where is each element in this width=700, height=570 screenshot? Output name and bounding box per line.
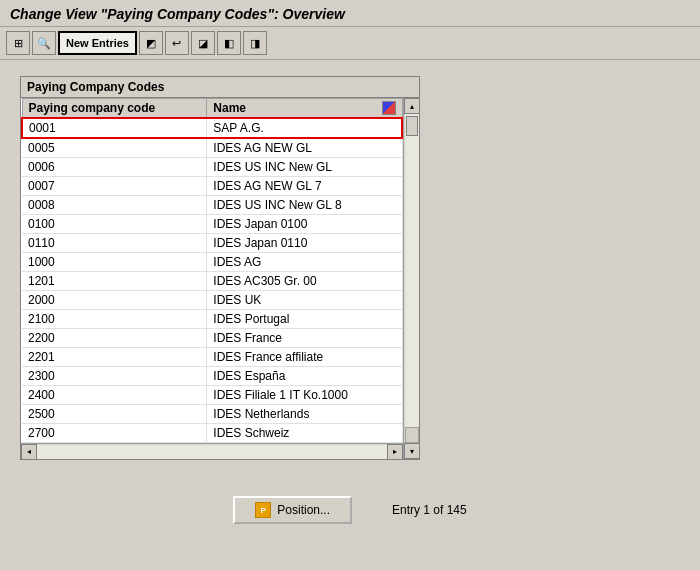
position-btn-label: Position... xyxy=(277,503,330,517)
table-row[interactable]: 1000IDES AG xyxy=(22,253,402,272)
cell-name: IDES Schweiz xyxy=(207,424,402,443)
scroll-thumb xyxy=(406,116,418,136)
table-panel: Paying Company Codes Paying company code… xyxy=(20,76,420,460)
details-icon: ⊞ xyxy=(14,37,23,50)
toolbar-btn-copy[interactable]: ◩ xyxy=(139,31,163,55)
scroll-up-btn[interactable]: ▴ xyxy=(404,98,420,114)
col-code-label: Paying company code xyxy=(29,101,156,115)
table-row[interactable]: 2200IDES France xyxy=(22,329,402,348)
cell-code: 0007 xyxy=(22,177,207,196)
refresh-icon: ◪ xyxy=(198,37,208,50)
cell-name: IDES US INC New GL 8 xyxy=(207,196,402,215)
table-row[interactable]: 0008IDES US INC New GL 8 xyxy=(22,196,402,215)
vertical-scrollbar[interactable]: ▴ ▾ xyxy=(403,98,419,459)
new-entries-label: New Entries xyxy=(66,37,129,49)
position-button[interactable]: P Position... xyxy=(233,496,352,524)
toolbar-btn-undo[interactable]: ↩ xyxy=(165,31,189,55)
cell-name: IDES Filiale 1 IT Ko.1000 xyxy=(207,386,402,405)
cell-code: 2100 xyxy=(22,310,207,329)
cell-name: IDES Portugal xyxy=(207,310,402,329)
table-row[interactable]: 2300IDES España xyxy=(22,367,402,386)
toolbar-btn-refresh[interactable]: ◪ xyxy=(191,31,215,55)
table-row[interactable]: 0100IDES Japan 0100 xyxy=(22,215,402,234)
cell-code: 2201 xyxy=(22,348,207,367)
table-row[interactable]: 0110IDES Japan 0110 xyxy=(22,234,402,253)
cell-name: IDES Japan 0100 xyxy=(207,215,402,234)
table-row[interactable]: 0005IDES AG NEW GL xyxy=(22,138,402,158)
copy-icon: ◩ xyxy=(146,37,156,50)
new-entries-button[interactable]: New Entries xyxy=(58,31,137,55)
cell-name: IDES AG NEW GL 7 xyxy=(207,177,402,196)
table-row[interactable]: 1201IDES AC305 Gr. 00 xyxy=(22,272,402,291)
cell-code: 0006 xyxy=(22,158,207,177)
cell-name: IDES Netherlands xyxy=(207,405,402,424)
toolbar-btn-settings[interactable]: ◨ xyxy=(243,31,267,55)
cell-name: IDES US INC New GL xyxy=(207,158,402,177)
table-row[interactable]: 0006IDES US INC New GL xyxy=(22,158,402,177)
cell-name: IDES France xyxy=(207,329,402,348)
cell-code: 2700 xyxy=(22,424,207,443)
info-icon: ◧ xyxy=(224,37,234,50)
table-row[interactable]: 0007IDES AG NEW GL 7 xyxy=(22,177,402,196)
h-scroll-right-btn[interactable]: ▸ xyxy=(387,444,403,460)
cell-name: IDES France affiliate xyxy=(207,348,402,367)
cell-name: SAP A.G. xyxy=(207,118,402,138)
cell-code: 0100 xyxy=(22,215,207,234)
cell-code: 0110 xyxy=(22,234,207,253)
horizontal-scrollbar[interactable]: ◂ ▸ xyxy=(21,443,403,459)
footer-area: P Position... Entry 1 of 145 xyxy=(0,476,700,534)
toolbar-btn-info[interactable]: ◧ xyxy=(217,31,241,55)
cell-code: 2200 xyxy=(22,329,207,348)
page-title: Change View "Paying Company Codes": Over… xyxy=(10,6,345,22)
content-area: Paying Company Codes Paying company code… xyxy=(0,60,700,476)
table-row[interactable]: 2700IDES Schweiz xyxy=(22,424,402,443)
table-row[interactable]: 2100IDES Portugal xyxy=(22,310,402,329)
table-row[interactable]: 2400IDES Filiale 1 IT Ko.1000 xyxy=(22,386,402,405)
settings-icon: ◨ xyxy=(250,37,260,50)
cell-code: 1201 xyxy=(22,272,207,291)
scroll-page-indicator xyxy=(405,427,419,443)
cell-name: IDES AC305 Gr. 00 xyxy=(207,272,402,291)
panel-header: Paying Company Codes xyxy=(21,77,419,98)
toolbar-btn-search[interactable]: 🔍 xyxy=(32,31,56,55)
table-row[interactable]: 2500IDES Netherlands xyxy=(22,405,402,424)
title-bar: Change View "Paying Company Codes": Over… xyxy=(0,0,700,27)
cell-code: 0001 xyxy=(22,118,207,138)
cell-name: IDES AG NEW GL xyxy=(207,138,402,158)
cell-name: IDES España xyxy=(207,367,402,386)
entry-info: Entry 1 of 145 xyxy=(392,503,467,517)
undo-icon: ↩ xyxy=(172,37,181,50)
cell-code: 2400 xyxy=(22,386,207,405)
col-name-label: Name xyxy=(213,101,246,115)
scroll-down-btn[interactable]: ▾ xyxy=(404,443,420,459)
table-row[interactable]: 0001SAP A.G. xyxy=(22,118,402,138)
h-scroll-track[interactable] xyxy=(37,445,387,459)
panel-title: Paying Company Codes xyxy=(27,80,164,94)
position-icon: P xyxy=(255,502,271,518)
table-row[interactable]: 2201IDES France affiliate xyxy=(22,348,402,367)
cell-code: 1000 xyxy=(22,253,207,272)
column-resize-icon[interactable] xyxy=(382,101,396,115)
table-row[interactable]: 2000IDES UK xyxy=(22,291,402,310)
cell-code: 2500 xyxy=(22,405,207,424)
search-icon: 🔍 xyxy=(37,37,51,50)
cell-name: IDES AG xyxy=(207,253,402,272)
scroll-track[interactable] xyxy=(405,114,419,427)
cell-code: 2000 xyxy=(22,291,207,310)
data-table: Paying company code Name 0001SAP A.G.00 xyxy=(21,98,403,443)
h-scroll-left-btn[interactable]: ◂ xyxy=(21,444,37,460)
toolbar-btn-details[interactable]: ⊞ xyxy=(6,31,30,55)
table-body: 0001SAP A.G.0005IDES AG NEW GL0006IDES U… xyxy=(22,118,402,443)
cell-code: 2300 xyxy=(22,367,207,386)
cell-name: IDES UK xyxy=(207,291,402,310)
toolbar: ⊞ 🔍 New Entries ◩ ↩ ◪ ◧ ◨ xyxy=(0,27,700,60)
cell-code: 0005 xyxy=(22,138,207,158)
table-header-row: Paying company code Name xyxy=(22,99,402,119)
col-header-code: Paying company code xyxy=(22,99,207,119)
cell-name: IDES Japan 0110 xyxy=(207,234,402,253)
cell-code: 0008 xyxy=(22,196,207,215)
table-scroll-area: Paying company code Name 0001SAP A.G.00 xyxy=(21,98,419,459)
col-header-name: Name xyxy=(207,99,402,119)
